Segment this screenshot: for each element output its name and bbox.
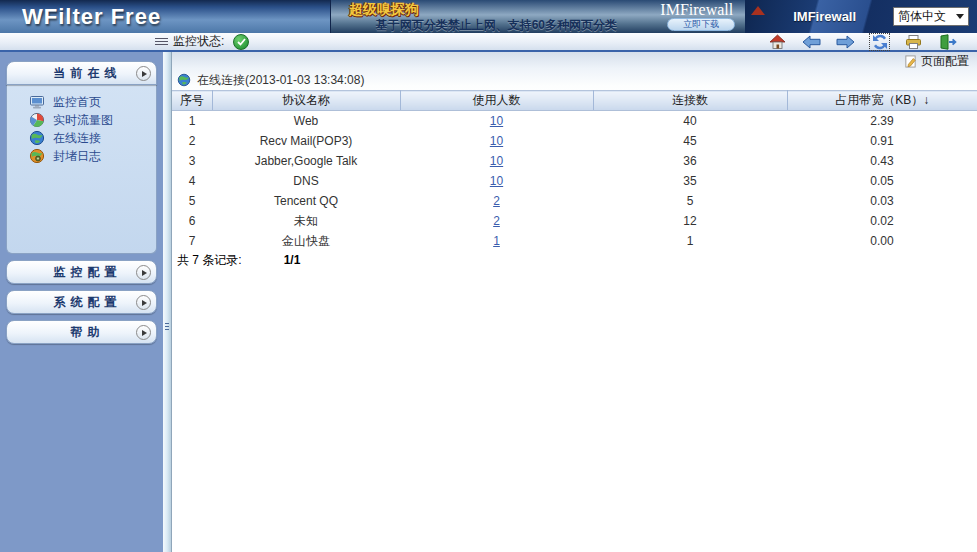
cell-connections: 45 xyxy=(593,131,787,151)
table-row: 6 未知 2 12 0.02 xyxy=(172,211,977,231)
users-link[interactable]: 10 xyxy=(490,174,503,188)
table-row: 2 Recv Mail(POP3) 10 45 0.91 xyxy=(172,131,977,151)
home-icon[interactable] xyxy=(768,34,787,50)
sidebar-section-system-config[interactable]: 系统配置 xyxy=(6,290,157,314)
pie-chart-icon xyxy=(29,112,45,128)
language-selector[interactable]: 简体中文 xyxy=(893,7,969,26)
col-header-protocol[interactable]: 协议名称 xyxy=(212,91,400,111)
page-title: 在线连接(2013-01-03 13:34:08) xyxy=(197,72,364,89)
sidebar-section-current-online[interactable]: 当前在线 xyxy=(6,61,157,85)
refresh-icon[interactable] xyxy=(870,34,889,50)
cell-no: 4 xyxy=(172,171,212,191)
forward-icon[interactable] xyxy=(836,34,855,50)
table-row: 5 Tencent QQ 2 5 0.03 xyxy=(172,191,977,211)
cell-protocol: 金山快盘 xyxy=(212,231,400,251)
blocked-globe-icon xyxy=(29,148,45,164)
exit-icon[interactable] xyxy=(938,34,957,50)
users-link[interactable]: 10 xyxy=(490,154,503,168)
chevron-down-icon xyxy=(956,14,964,19)
section-header-label: 监控配置 xyxy=(7,264,156,281)
cell-bandwidth: 2.39 xyxy=(787,111,977,132)
cell-connections: 35 xyxy=(593,171,787,191)
sidebar-item-label: 监控首页 xyxy=(53,94,101,111)
table-row: 3 Jabber,Google Talk 10 36 0.43 xyxy=(172,151,977,171)
content-title-row: 在线连接(2013-01-03 13:34:08) xyxy=(172,70,977,90)
cell-bandwidth: 0.03 xyxy=(787,191,977,211)
sidebar-item-online-connections[interactable]: 在线连接 xyxy=(7,129,156,147)
status-label: 监控状态: xyxy=(173,33,224,50)
users-link[interactable]: 1 xyxy=(493,234,500,248)
sidebar-splitter[interactable] xyxy=(163,52,172,552)
header-right: IMFirewall 简体中文 xyxy=(745,0,977,33)
cell-no: 3 xyxy=(172,151,212,171)
cell-bandwidth: 0.91 xyxy=(787,131,977,151)
users-link[interactable]: 10 xyxy=(490,114,503,128)
page-config-link[interactable]: 页面配置 xyxy=(172,52,977,70)
section-toggle-button[interactable] xyxy=(136,265,151,280)
globe-icon xyxy=(29,130,45,146)
cell-connections: 12 xyxy=(593,211,787,231)
col-header-no[interactable]: 序号 xyxy=(172,91,212,111)
cell-protocol: 未知 xyxy=(212,211,400,231)
sidebar-item-block-logs[interactable]: 封堵日志 xyxy=(7,147,156,165)
splitter-grip-icon[interactable] xyxy=(163,300,171,352)
ad-banner: 超级嗅探狗 基于网页分类禁止上网、支持60多种网页分类 IMFirewall 立… xyxy=(330,0,746,33)
sidebar-item-label: 实时流量图 xyxy=(53,112,113,129)
cell-connections: 40 xyxy=(593,111,787,132)
sidebar-item-monitor-home[interactable]: 监控首页 xyxy=(7,93,156,111)
sidebar-section-help[interactable]: 帮助 xyxy=(6,320,157,344)
wfilter-app: WFilter Free 超级嗅探狗 基于网页分类禁止上网、支持60多种网页分类… xyxy=(0,0,977,552)
users-link[interactable]: 2 xyxy=(493,214,500,228)
sidebar-item-label: 在线连接 xyxy=(53,130,101,147)
list-icon xyxy=(155,38,168,45)
sidebar-item-realtime-traffic[interactable]: 实时流量图 xyxy=(7,111,156,129)
cell-protocol: Recv Mail(POP3) xyxy=(212,131,400,151)
print-icon[interactable] xyxy=(904,34,923,50)
cell-connections: 1 xyxy=(593,231,787,251)
section-toggle-button[interactable] xyxy=(136,325,151,340)
users-link[interactable]: 2 xyxy=(493,194,500,208)
records-count-label: 共 7 条记录: xyxy=(177,252,242,269)
col-header-bandwidth[interactable]: 占用带宽（KB）↓ xyxy=(787,91,977,111)
table-row: 1 Web 10 40 2.39 xyxy=(172,111,977,132)
sidebar-section-monitor-config[interactable]: 监控配置 xyxy=(6,260,157,284)
building-graphic xyxy=(751,6,765,15)
section-toggle-button[interactable] xyxy=(136,66,151,81)
sidebar-section-body: 监控首页 实时流量图 在线连接 xyxy=(6,85,157,254)
app-header: WFilter Free 超级嗅探狗 基于网页分类禁止上网、支持60多种网页分类… xyxy=(0,0,977,33)
ad-banner-brand: IMFirewall xyxy=(660,1,733,19)
cell-no: 7 xyxy=(172,231,212,251)
cell-bandwidth: 0.00 xyxy=(787,231,977,251)
sidebar-item-label: 封堵日志 xyxy=(53,148,101,165)
users-link[interactable]: 10 xyxy=(490,134,503,148)
monitor-icon xyxy=(29,94,45,110)
app-logo: WFilter Free xyxy=(22,4,161,30)
section-header-label: 当前在线 xyxy=(7,65,156,82)
status-ok-icon xyxy=(233,34,249,50)
sidebar: 当前在线 监控首页 实时流量图 xyxy=(0,52,163,552)
cell-no: 1 xyxy=(172,111,212,132)
cell-connections: 36 xyxy=(593,151,787,171)
back-icon[interactable] xyxy=(802,34,821,50)
table-row: 7 金山快盘 1 1 0.00 xyxy=(172,231,977,251)
cell-connections: 5 xyxy=(593,191,787,211)
page-indicator: 1/1 xyxy=(284,253,301,267)
records-summary: 共 7 条记录: 1/1 xyxy=(172,251,977,269)
status-toolbar: 监控状态: xyxy=(0,33,977,52)
section-toggle-button[interactable] xyxy=(136,295,151,310)
cell-bandwidth: 0.05 xyxy=(787,171,977,191)
cell-protocol: DNS xyxy=(212,171,400,191)
cell-bandwidth: 0.43 xyxy=(787,151,977,171)
cell-no: 2 xyxy=(172,131,212,151)
cell-protocol: Jabber,Google Talk xyxy=(212,151,400,171)
edit-page-icon xyxy=(904,55,917,68)
page-config-label: 页面配置 xyxy=(921,53,969,70)
cell-bandwidth: 0.02 xyxy=(787,211,977,231)
logo-area: WFilter Free xyxy=(0,0,330,33)
main-content: 页面配置 在线连接(2013-01-03 13:34:08) 序号 协议名称 使… xyxy=(172,52,977,552)
cell-protocol: Web xyxy=(212,111,400,132)
section-header-label: 系统配置 xyxy=(7,294,156,311)
col-header-connections[interactable]: 连接数 xyxy=(593,91,787,111)
download-now-button[interactable]: 立即下载 xyxy=(667,18,735,31)
col-header-users[interactable]: 使用人数 xyxy=(400,91,593,111)
